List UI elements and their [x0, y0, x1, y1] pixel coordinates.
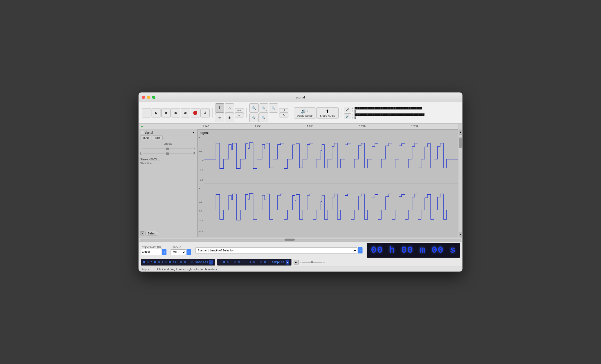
pencil-tool-button[interactable]: ✏	[215, 113, 224, 122]
scroll-up-icon: ▲	[459, 130, 462, 134]
bottom-row-1: Project Rate (Hz) ▾ Snap-To Off Bar Beat	[141, 243, 460, 258]
forward-icon: ⏭	[184, 111, 187, 115]
zoom-fit-button[interactable]: 🔍	[249, 113, 259, 122]
svg-text:1.0: 1.0	[199, 187, 202, 190]
scroll-up-button[interactable]: ▲	[459, 130, 462, 135]
ruler-inner: 1.240 1.250 1.260 1.270 1.280	[197, 124, 458, 129]
scroll-thumb[interactable]	[459, 138, 462, 148]
cut-tool-button[interactable]: ≋≋	[235, 108, 244, 113]
speed-slider[interactable]	[302, 262, 322, 263]
scrollbar-thumb[interactable]	[285, 239, 295, 241]
vu-meters-group: 🎤 L -54 -48 -42 -36 -30 l4 -18 -12 -6 0 …	[343, 107, 426, 119]
selection-mode-select[interactable]: Start and Length of Selection Start and …	[195, 247, 357, 253]
select-button[interactable]: Select	[145, 231, 158, 236]
project-rate-arrow-icon: ▾	[164, 251, 165, 253]
svg-text:0.0–: 0.0–	[199, 159, 204, 162]
divider-3	[291, 108, 291, 117]
ruler-mark-1260: 1.260	[307, 125, 313, 128]
audio-controls: 🔊 ▾ Audio Setup ⬆ Share Audio	[293, 107, 340, 119]
maximize-button[interactable]	[152, 96, 155, 99]
mini-play-button[interactable]: ▶	[294, 260, 299, 265]
zoom-vert-button[interactable]: 🔍	[259, 113, 268, 122]
share-icon: ⬆	[326, 109, 329, 114]
mute-button[interactable]: Mute	[140, 135, 151, 140]
snap-to-select[interactable]: Off Bar Beat	[171, 249, 186, 255]
track-dropdown-button[interactable]: ▾	[192, 131, 195, 134]
zoom-out-button[interactable]: 🔍-	[259, 103, 268, 113]
snap-to-dropdown-button[interactable]: ▾	[187, 249, 191, 255]
svg-text:1.0: 1.0	[199, 136, 202, 139]
pan-slider[interactable]	[143, 153, 192, 154]
gain-slider-thumb[interactable]	[166, 148, 169, 150]
zoom-sel-button[interactable]: 🔍	[269, 103, 278, 113]
ruler-scroll-right	[458, 124, 462, 129]
multi-tool-button[interactable]: ✱	[225, 113, 234, 122]
play-icon: ▶	[155, 111, 158, 115]
vu-scale-input: -54 -48 -42 -36 -30 l4 -18 -12 -6 0	[355, 107, 422, 109]
vertical-scrollbar[interactable]: ▲ ▼	[458, 129, 462, 237]
waveform-display[interactable]: signal 1.0 0.5 0.0– -0.5 -1.0 1.0 0.5	[197, 129, 458, 237]
output-r-meter	[355, 116, 356, 119]
input-meter-button[interactable]: 🎤	[344, 107, 351, 112]
share-audio-button[interactable]: ⬆ Share Audio	[316, 107, 339, 119]
loop-button[interactable]: ↺	[200, 108, 210, 117]
project-rate-section: Project Rate (Hz) ▾	[141, 245, 166, 255]
timeshift-tool-button[interactable]: ↔	[235, 113, 244, 117]
audio-setup-label: Audio Setup	[297, 114, 313, 117]
record-button[interactable]	[191, 108, 200, 117]
svg-text:0.5: 0.5	[199, 201, 202, 203]
snap-to-section: Snap-To Off Bar Beat ▾	[171, 245, 191, 255]
divider-4	[341, 108, 341, 117]
collapse-button[interactable]: ▲	[140, 231, 144, 235]
envelope-tool-button[interactable]: ◇	[225, 103, 234, 113]
traffic-lights	[142, 96, 155, 99]
speaker-icon: 🔊	[301, 109, 306, 114]
snap-to-label: Snap-To	[171, 245, 191, 249]
gain-plus-label: +	[194, 147, 195, 150]
waveform-track-title: signal	[200, 131, 209, 135]
end-time-display[interactable]: 0 0 h 0 0 m 0 0 s+0 0 0 0 0 samples ▾	[217, 259, 291, 266]
end-time-dropdown[interactable]: ▾	[286, 260, 289, 265]
horizontal-scrollbar[interactable]	[139, 237, 462, 241]
speed-slider-thumb[interactable]	[311, 261, 313, 263]
redo-button[interactable]: ↻	[279, 113, 288, 117]
ruler-marks-area[interactable]: 1.240 1.250 1.260 1.270 1.280	[197, 124, 458, 129]
forward-button[interactable]: ⏭	[181, 108, 190, 117]
solo-button[interactable]: Solo	[152, 135, 162, 140]
pause-button[interactable]: ⏸	[142, 108, 151, 117]
project-rate-input[interactable]	[141, 249, 161, 255]
output-meter-button[interactable]: 🔊	[344, 113, 351, 119]
stop-button[interactable]: ■	[161, 108, 171, 117]
status-left: Stopped.	[141, 268, 152, 271]
audio-setup-button[interactable]: 🔊 ▾ Audio Setup	[294, 107, 316, 119]
minimize-button[interactable]	[147, 96, 150, 99]
snap-to-arrow-icon: ▾	[188, 251, 190, 253]
main-window: signal ⏸ ▶ ■ ⏮ ⏭ ↺	[138, 92, 463, 272]
tools-grid: I ◇ ✏ ✱	[215, 103, 234, 122]
selection-mode-section: Start and Length of Selection Start and …	[195, 247, 363, 253]
zoom-in-button[interactable]: 🔍	[249, 103, 259, 113]
play-button[interactable]: ▶	[152, 108, 161, 117]
start-time-dropdown[interactable]: ▾	[209, 260, 213, 265]
undo-button[interactable]: ↺	[279, 108, 288, 113]
gain-slider[interactable]	[142, 148, 193, 149]
close-button[interactable]	[142, 96, 145, 99]
project-rate-input-row: ▾	[141, 249, 166, 255]
project-rate-dropdown-button[interactable]: ▾	[162, 249, 166, 255]
status-bar: Stopped. Click and drag to move right se…	[139, 267, 462, 271]
cursor-tool-button[interactable]: I	[215, 103, 224, 113]
start-time-display[interactable]: 0 0 h 0 0 m 0 0 s+0 0 0 0 0 samples ▾	[141, 259, 215, 266]
scroll-down-button[interactable]: ▼	[459, 232, 462, 237]
rewind-button[interactable]: ⏮	[171, 108, 180, 117]
time-display-section: 00 h 00 m 00 s	[367, 243, 460, 258]
edit-tools: I ◇ ✏ ✱ ≋≋ ↔	[214, 103, 245, 122]
pause-icon: ⏸	[145, 111, 148, 115]
input-r-meter	[355, 110, 356, 113]
input-l-meter: -54 -48 -42 -36 -30 l4 -18 -12 -6 0	[355, 107, 422, 110]
pan-slider-thumb[interactable]	[166, 152, 169, 155]
track-close-button[interactable]: ×	[140, 131, 144, 134]
rewind-icon: ⏮	[174, 111, 178, 115]
end-time-arrow-icon: ▾	[287, 261, 288, 263]
selection-mode-dropdown-button[interactable]: ▾	[358, 247, 363, 253]
scroll-track[interactable]	[458, 135, 462, 232]
